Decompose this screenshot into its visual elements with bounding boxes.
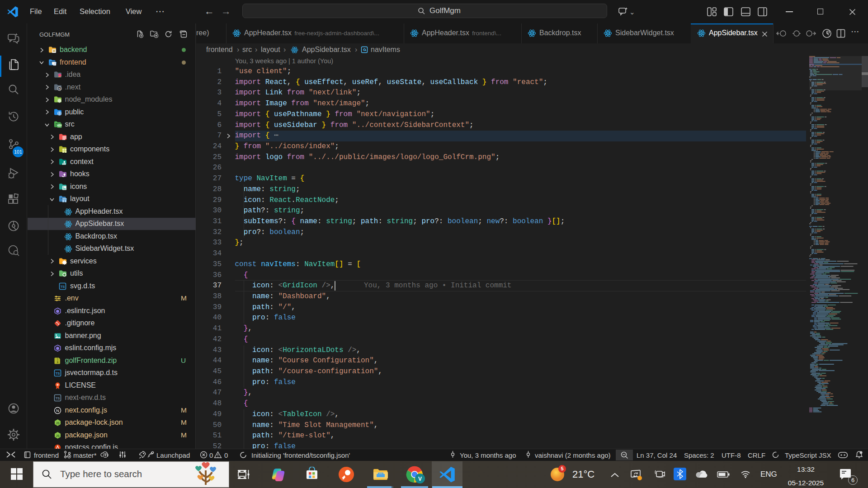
svg-text:</>: </> [57, 124, 61, 127]
svg-text:TS: TS [61, 284, 65, 288]
svg-text:JS: JS [56, 422, 60, 425]
svg-text:V: V [418, 476, 422, 482]
svg-text:TS: TS [55, 396, 60, 400]
svg-text:TS: TS [55, 371, 60, 375]
svg-text:N: N [56, 408, 59, 413]
svg-text:N: N [58, 87, 61, 90]
svg-text:JS: JS [56, 434, 60, 437]
